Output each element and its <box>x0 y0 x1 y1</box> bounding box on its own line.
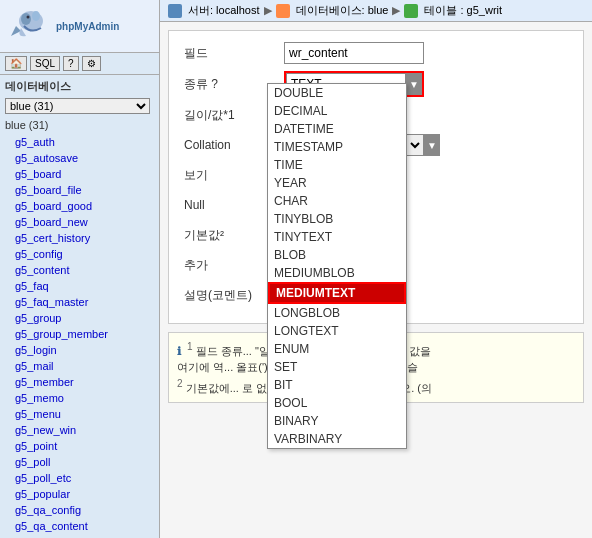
svg-point-4 <box>27 16 30 19</box>
tree-item-g5_popular[interactable]: g5_popular <box>0 486 159 502</box>
main-content: 서버: localhost ▶ 데이터베이스: blue ▶ 테이블 : g5_… <box>160 0 592 538</box>
tree-item-g5_content[interactable]: g5_content <box>0 262 159 278</box>
dropdown-item-BINARY[interactable]: BINARY <box>268 412 406 430</box>
db-section-label: 데이터베이스 <box>0 75 159 96</box>
dropdown-item-VARBINARY[interactable]: VARBINARY <box>268 430 406 448</box>
extra-button[interactable]: ⚙ <box>82 56 101 71</box>
dropdown-item-CHAR[interactable]: CHAR <box>268 192 406 210</box>
tree-item-g5_member[interactable]: g5_member <box>0 374 159 390</box>
tree-item-g5_config[interactable]: g5_config <box>0 246 159 262</box>
breadcrumb-server: 서버: localhost <box>188 3 260 18</box>
info-num2: 2 <box>177 378 183 389</box>
tree-item-g5_memo[interactable]: g5_memo <box>0 390 159 406</box>
dropdown-item-DATETIME[interactable]: DATETIME <box>268 120 406 138</box>
db-title: blue (31) <box>0 116 159 134</box>
tree-item-g5_faq_master[interactable]: g5_faq_master <box>0 294 159 310</box>
svg-point-1 <box>21 13 31 25</box>
phpmyadmin-logo <box>6 6 56 46</box>
tree-item-g5_board_file[interactable]: g5_board_file <box>0 182 159 198</box>
dropdown-item-DECIMAL[interactable]: DECIMAL <box>268 102 406 120</box>
tree-item-g5_board_new[interactable]: g5_board_new <box>0 214 159 230</box>
dropdown-item-DOUBLE[interactable]: DOUBLE <box>268 84 406 102</box>
type-dropdown-overlay: DOUBLE DECIMAL DATETIME TIMESTAMP TIME Y… <box>267 83 407 449</box>
field-label: 필드 <box>184 45 284 62</box>
tree-item-g5_point[interactable]: g5_point <box>0 438 159 454</box>
field-row: 필드 <box>184 41 568 65</box>
svg-marker-2 <box>11 26 21 36</box>
db-icon <box>276 4 290 18</box>
tree-item-g5_scrap[interactable]: g5_scrap <box>0 534 159 538</box>
field-input[interactable] <box>284 42 424 64</box>
tree-item-g5_board_good[interactable]: g5_board_good <box>0 198 159 214</box>
tree-item-g5_mail[interactable]: g5_mail <box>0 358 159 374</box>
collation-arrow[interactable]: ▼ <box>424 134 440 156</box>
dropdown-item-SET[interactable]: SET <box>268 358 406 376</box>
tree-item-g5_qa_content[interactable]: g5_qa_content <box>0 518 159 534</box>
tree-item-g5_login[interactable]: g5_login <box>0 342 159 358</box>
dropdown-item-LONGBLOB[interactable]: LONGBLOB <box>268 304 406 322</box>
dropdown-item-TINYTEXT[interactable]: TINYTEXT <box>268 228 406 246</box>
tree-item-g5_qa_config[interactable]: g5_qa_config <box>0 502 159 518</box>
dropdown-item-BIT[interactable]: BIT <box>268 376 406 394</box>
tree-item-g5_new_win[interactable]: g5_new_win <box>0 422 159 438</box>
tree-list: g5_auth g5_autosave g5_board g5_board_fi… <box>0 134 159 538</box>
breadcrumb-db: 데이터베이스: blue <box>296 3 389 18</box>
dropdown-item-TIME[interactable]: TIME <box>268 156 406 174</box>
svg-point-3 <box>32 11 40 21</box>
home-button[interactable]: 🏠 <box>5 56 27 71</box>
dropdown-item-MEDIUMBLOB[interactable]: MEDIUMBLOB <box>268 264 406 282</box>
tree-item-g5_board[interactable]: g5_board <box>0 166 159 182</box>
form-area: 필드 종류 ? TEXT ▼ 길이/값*1 Collation ▼ <box>168 30 584 324</box>
dropdown-item-TINYBLOB[interactable]: TINYBLOB <box>268 210 406 228</box>
breadcrumb: 서버: localhost ▶ 데이터베이스: blue ▶ 테이블 : g5_… <box>160 0 592 22</box>
dropdown-item-BLOB[interactable]: BLOB <box>268 246 406 264</box>
tree-item-g5_menu[interactable]: g5_menu <box>0 406 159 422</box>
server-icon <box>168 4 182 18</box>
breadcrumb-table: 테이블 : g5_writ <box>424 3 502 18</box>
dropdown-item-ENUM[interactable]: ENUM <box>268 340 406 358</box>
type-dropdown-arrow[interactable]: ▼ <box>406 73 422 95</box>
tree-item-g5_poll_etc[interactable]: g5_poll_etc <box>0 470 159 486</box>
tree-item-g5_faq[interactable]: g5_faq <box>0 278 159 294</box>
tree-item-g5_group[interactable]: g5_group <box>0 310 159 326</box>
tree-item-g5_poll[interactable]: g5_poll <box>0 454 159 470</box>
dropdown-item-TIMESTAMP[interactable]: TIMESTAMP <box>268 138 406 156</box>
tree-item-g5_autosave[interactable]: g5_autosave <box>0 150 159 166</box>
db-select-row: blue (31) <box>0 96 159 116</box>
tree-item-g5_group_member[interactable]: g5_group_member <box>0 326 159 342</box>
logo-area: phpMyAdmin <box>0 0 159 53</box>
info-num1: 1 <box>187 341 193 352</box>
info-icon1: ℹ <box>177 345 181 357</box>
help-button[interactable]: ? <box>63 56 79 71</box>
dropdown-item-MEDIUMTEXT[interactable]: MEDIUMTEXT <box>268 282 406 304</box>
tree-item-g5_cert_history[interactable]: g5_cert_history <box>0 230 159 246</box>
dropdown-item-YEAR[interactable]: YEAR <box>268 174 406 192</box>
sql-button[interactable]: SQL <box>30 56 60 71</box>
toolbar-row: 🏠 SQL ? ⚙ <box>0 53 159 75</box>
tree-item-g5_auth[interactable]: g5_auth <box>0 134 159 150</box>
dropdown-item-LONGTEXT[interactable]: LONGTEXT <box>268 322 406 340</box>
phpmyadmin-label: phpMyAdmin <box>56 21 119 32</box>
sidebar: phpMyAdmin 🏠 SQL ? ⚙ 데이터베이스 blue (31) bl… <box>0 0 160 538</box>
db-select[interactable]: blue (31) <box>5 98 150 114</box>
dropdown-item-BOOL[interactable]: BOOL <box>268 394 406 412</box>
table-icon <box>404 4 418 18</box>
